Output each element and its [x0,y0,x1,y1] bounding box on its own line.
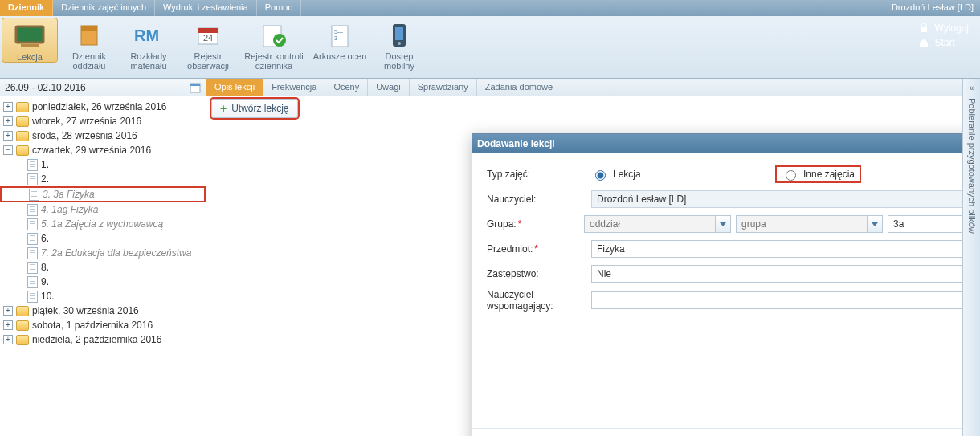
tree-day[interactable]: +wtorek, 27 września 2016 [0,114,206,128]
blackboard-icon [13,22,47,51]
tree-day[interactable]: +poniedziałek, 26 września 2016 [0,100,206,114]
page-icon [27,262,38,274]
toptab-pomoc[interactable]: Pomoc [257,0,301,16]
folder-icon [16,102,29,112]
date-range-label: 26.09 - 02.10 2016 [5,82,86,93]
create-lesson-button[interactable]: + Utwórz lekcję [211,99,298,118]
folder-icon [16,131,29,141]
downloads-panel-collapsed[interactable]: « Pobieranie przygotowanych plików [962,79,980,436]
tree-lesson[interactable]: 4. 1ag Fizyka [0,202,206,217]
expand-icon[interactable]: + [3,306,13,316]
subtab-zadania-domowe[interactable]: Zadania domowe [477,79,561,96]
tree-lesson[interactable]: 6. [0,231,206,246]
svg-text:3—: 3— [334,35,343,41]
logout-link[interactable]: Wyloguj [918,22,969,34]
ribbon-rozklady[interactable]: RM Rozkłady materiału [119,16,178,71]
expand-icon[interactable]: + [3,320,13,330]
grades-icon: 5—3— [323,21,357,50]
combo-nauczyciel-wspom[interactable] [591,291,980,309]
expand-icon[interactable]: + [3,102,13,112]
ribbon-label: Rozkłady materiału [119,51,178,71]
svg-rect-14 [395,27,403,40]
tree-lesson[interactable]: 9. [0,275,206,289]
toptab-dziennik[interactable]: Dziennik [0,0,53,16]
tree-node-label: 9. [41,276,49,287]
date-range-header[interactable]: 26.09 - 02.10 2016 [0,79,206,96]
svg-rect-3 [81,26,97,31]
page-icon [27,204,38,216]
tree-node-label: sobota, 1 października 2016 [32,320,153,331]
ribbon-label: Dziennik oddziału [59,51,119,71]
ribbon-label: Rejestr kontroli dziennika [238,51,310,71]
tree-day[interactable]: +niedziela, 2 października 2016 [0,332,206,347]
radio-inne-zajecia[interactable]: Inne zajęcia [775,165,861,183]
content-toolbar: + Utwórz lekcję [206,96,980,120]
subtab-opis-lekcji[interactable]: Opis lekcji [206,79,263,96]
tree-node-label: czwartek, 29 września 2016 [32,145,151,156]
combo-grupa-trigger[interactable] [867,215,883,233]
label-typ-zajec: Typ zajęć: [487,169,591,180]
field-nauczyciel: Drozdoń Lesław [LD] [591,190,980,208]
page-icon [27,247,38,259]
tree-lesson[interactable]: 10. [0,289,206,304]
ribbon-arkusze-ocen[interactable]: 5—3— Arkusze ocen [310,16,370,61]
mobile-icon [382,21,416,50]
downloads-panel-label: Pobieranie przygotowanych plików [967,79,977,234]
chevron-down-icon [872,222,878,226]
toptab-dziennik-innych[interactable]: Dziennik zajęć innych [53,0,155,16]
expand-icon[interactable]: − [3,145,13,155]
expand-icon[interactable]: + [3,131,13,141]
radio-lekcja-label: Lekcja [613,169,641,180]
subtab-sprawdziany[interactable]: Sprawdziany [410,79,477,96]
combo-grupa[interactable] [736,215,867,233]
page-icon [29,189,39,201]
combo-oddzial-trigger[interactable] [715,215,731,233]
tree-lesson[interactable]: 3. 3a Fizyka [0,186,206,202]
start-link[interactable]: Start [918,37,969,48]
tree-day[interactable]: +sobota, 1 października 2016 [0,318,206,332]
subtab-frekwencja[interactable]: Frekwencja [263,79,325,96]
tree-day[interactable]: +środa, 28 września 2016 [0,128,206,143]
current-user: Drozdoń Lesław [LD] [885,0,980,16]
subtab-oceny[interactable]: Oceny [325,79,368,96]
tree-node-label: 6. [41,233,49,244]
tree-lesson[interactable]: 2. [0,172,206,186]
page-icon [27,233,38,245]
lock-icon [918,22,929,34]
tree-day[interactable]: −czwartek, 29 września 2016 [0,143,206,157]
svg-rect-1 [21,44,39,47]
tree-lesson[interactable]: 7. 2a Edukacja dla bezpieczeństwa [0,246,206,260]
ribbon-dostep-mobilny[interactable]: Dostęp mobilny [370,16,429,71]
tree-lesson[interactable]: 5. 1a Zajęcia z wychowawcą [0,217,206,231]
combo-przedmiot[interactable] [591,240,980,258]
folder-icon [16,306,29,316]
ribbon-right-links: Wyloguj Start [918,16,980,51]
tree-node-label: 10. [41,291,55,302]
combo-oddzial[interactable] [584,215,715,233]
ribbon-dziennik-oddzialu[interactable]: Dziennik oddziału [59,16,119,71]
create-lesson-label: Utwórz lekcję [231,103,288,114]
folder-icon [16,320,29,331]
toptab-wydruki[interactable]: Wydruki i zestawienia [155,0,257,16]
dialog-header[interactable]: Dodawanie lekcji ✕ [472,134,980,153]
combo-zastepstwo[interactable] [591,265,980,283]
subtabs: Opis lekcji Frekwencja Oceny Uwagi Spraw… [206,79,980,96]
page-icon [27,291,38,303]
svg-rect-0 [16,26,43,43]
label-grupa: Grupa:* [487,218,584,230]
ribbon-lekcja[interactable]: Lekcja [2,18,58,63]
tree-lesson[interactable]: 1. [0,157,206,172]
tree-day[interactable]: +piątek, 30 września 2016 [0,304,206,318]
tree-node-label: piątek, 30 września 2016 [32,305,139,316]
radio-lekcja[interactable]: Lekcja [591,168,641,181]
tree-node-label: poniedziałek, 26 września 2016 [32,101,166,112]
ribbon-rejestr-obserwacji[interactable]: 24 Rejestr obserwacji [178,16,238,71]
tree-lesson[interactable]: 8. [0,260,206,275]
label-przedmiot: Przedmiot:* [487,243,591,255]
expand-icon[interactable]: + [3,335,13,344]
calendar-picker-icon[interactable] [190,82,201,93]
ribbon-rejestr-kontroli[interactable]: Rejestr kontroli dziennika [238,16,310,71]
subtab-uwagi[interactable]: Uwagi [368,79,410,96]
tree-node-label: wtorek, 27 września 2016 [32,116,141,127]
expand-icon[interactable]: + [3,116,13,126]
